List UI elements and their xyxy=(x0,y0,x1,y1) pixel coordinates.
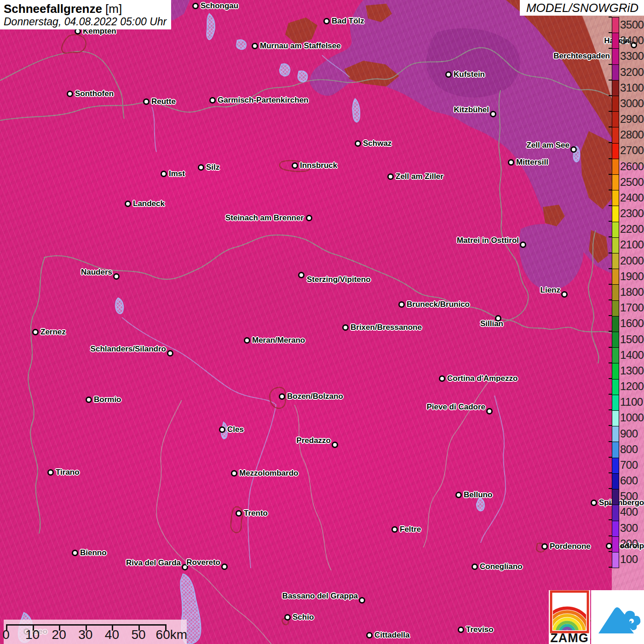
city-label: Innsbruck xyxy=(300,161,337,170)
city-label: Schio xyxy=(293,612,314,622)
city-label: Feltre xyxy=(400,524,421,534)
colorbar-value-label: 500 xyxy=(620,490,638,502)
colorbar-value-label: 900 xyxy=(620,428,638,440)
colorbar-tick xyxy=(609,457,612,458)
city-marker-dot xyxy=(209,97,216,104)
city-label: Zell am See xyxy=(526,140,569,150)
city-marker-dot xyxy=(244,337,250,344)
scale-bar-number: 30 xyxy=(72,627,99,642)
colorbar-segment xyxy=(612,49,619,64)
city-label: Berchtesgaden xyxy=(553,51,610,61)
colorbar-segment xyxy=(612,285,619,300)
city-label: Kufstein xyxy=(454,69,485,79)
colorbar-tick xyxy=(609,347,612,348)
colorbar-segment xyxy=(612,269,619,285)
city-marker-dot xyxy=(306,215,312,221)
colorbar-value-label: 3400 xyxy=(620,34,644,46)
colorbar-tick xyxy=(609,64,612,65)
city-marker-dot xyxy=(398,301,405,308)
city-marker-dot xyxy=(366,632,373,638)
city-label: Steinach am Brenner xyxy=(225,213,304,223)
city-label: Predazzo xyxy=(296,436,331,445)
city-label: Zell am Ziller xyxy=(396,172,443,181)
colorbar-value-label: 3300 xyxy=(620,50,644,62)
zamg-logo: ZAMG xyxy=(549,590,590,644)
colorbar-value-label: 1100 xyxy=(620,396,643,408)
colorbar-value-label: 2400 xyxy=(620,192,644,204)
city-marker-dot xyxy=(455,492,462,498)
city-marker-dot xyxy=(508,159,514,166)
snowgrid-mountain-logo xyxy=(591,590,644,644)
city-label: Mittersill xyxy=(516,157,548,167)
colorbar-segment xyxy=(612,505,619,521)
colorbar-value-label: 2300 xyxy=(620,207,644,219)
city-label: Bozen/Bolzano xyxy=(287,391,343,401)
colorbar-value-label: 1900 xyxy=(620,270,644,282)
colorbar-segment xyxy=(612,190,619,206)
colorbar-segment xyxy=(612,80,619,96)
colorbar-segment xyxy=(612,316,619,332)
colorbar-value-label: 400 xyxy=(620,506,638,518)
colorbar-tick xyxy=(609,80,612,80)
colorbar-segment xyxy=(612,253,619,269)
colorbar-value-label: 300 xyxy=(620,522,638,534)
colorbar-value-label: 1600 xyxy=(620,317,644,329)
colorbar-value-label: 800 xyxy=(620,443,638,455)
city-marker-dot xyxy=(161,171,167,177)
colorbar-tick xyxy=(609,315,612,316)
colorbar-tick xyxy=(609,174,612,175)
colorbar-segment xyxy=(612,17,619,33)
scale-bar-number: 10 xyxy=(19,627,46,642)
scale-bar-number: 50 xyxy=(125,627,152,642)
colorbar-value-label: 2700 xyxy=(620,144,644,156)
title-box: Schneefallgrenze [m] Donnerstag, 04.08.2… xyxy=(0,0,171,29)
city-marker-dot xyxy=(486,408,493,414)
city-label: Schlanders/Silandro xyxy=(91,344,166,354)
city-label: Riva del Garda xyxy=(126,558,181,568)
colorbar-tick xyxy=(609,504,612,505)
city-marker-dot xyxy=(359,597,365,604)
city-marker-dot xyxy=(387,173,394,180)
city-label: Sonthofen xyxy=(75,89,114,98)
city-label: Matrei in Osttirol xyxy=(457,236,519,245)
colorbar-value-label: 2200 xyxy=(620,223,644,235)
colorbar-segment xyxy=(612,65,619,80)
colorbar-segment xyxy=(612,332,619,348)
city-marker-dot xyxy=(439,375,445,382)
scale-bar: 0102030405060km xyxy=(4,620,187,644)
city-marker-dot xyxy=(252,43,258,49)
colorbar-segment xyxy=(612,426,619,442)
colorbar-segment xyxy=(612,537,619,552)
colorbar-segment xyxy=(612,363,619,379)
title-text: Schneefallgrenze xyxy=(4,2,102,16)
colorbar-segment xyxy=(612,458,619,474)
city-label: Murnau am Staffelsee xyxy=(260,41,341,51)
colorbar-value-label: 700 xyxy=(620,459,638,471)
city-marker-dot xyxy=(67,91,73,97)
colorbar-segment xyxy=(612,144,619,159)
colorbar-tick xyxy=(609,221,612,222)
city-label: Silz xyxy=(206,162,219,172)
colorbar-value-label: 1500 xyxy=(620,334,644,345)
colorbar-segment xyxy=(612,112,619,127)
colorbar-value-label: 1000 xyxy=(620,412,644,424)
colorbar-tick xyxy=(609,17,612,17)
colorbar-segment xyxy=(612,552,619,568)
city-marker-dot xyxy=(86,397,92,403)
city-label: Pieve di Cadore xyxy=(426,402,485,412)
colorbar-value-label: 2600 xyxy=(620,161,644,172)
colorbar-tick xyxy=(609,32,612,33)
city-label: Cles xyxy=(227,425,244,434)
city-label: Mezzolombardo xyxy=(239,468,298,478)
city-marker-dot xyxy=(323,18,330,24)
city-marker-dot xyxy=(391,526,398,533)
colorbar-tick xyxy=(609,425,612,426)
colorbar-value-label: 3200 xyxy=(620,66,644,78)
city-label: Bruneck/Brunico xyxy=(407,299,470,309)
city-marker-dot xyxy=(32,329,39,335)
colorbar xyxy=(612,17,619,568)
colorbar-segment xyxy=(612,96,619,112)
city-label: Schwaz xyxy=(363,138,391,148)
colorbar-value-label: 100 xyxy=(620,553,638,565)
colorbar-value-label: 3500 xyxy=(620,19,644,31)
